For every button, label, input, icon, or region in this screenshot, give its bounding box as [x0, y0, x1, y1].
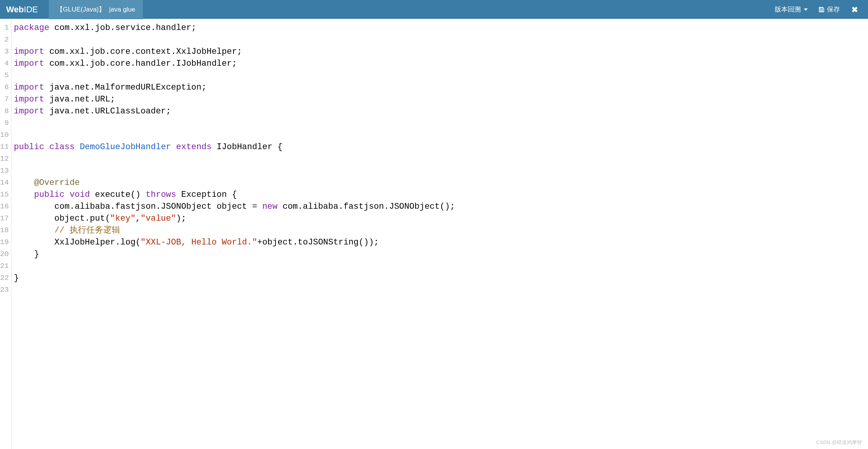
code-line[interactable]: [14, 260, 868, 272]
version-history-label: 版本回溯: [775, 5, 801, 14]
code-token: import: [14, 95, 44, 104]
save-label: 保存: [827, 5, 840, 14]
code-token: import: [14, 83, 44, 92]
code-line[interactable]: public class DemoGlueJobHandler extends …: [14, 141, 868, 153]
close-button[interactable]: ✖: [848, 2, 862, 17]
code-token: XxlJobHelper.log(: [14, 238, 141, 247]
code-token: );: [176, 214, 186, 223]
logo-suffix: IDE: [24, 5, 38, 14]
code-token: class: [49, 142, 75, 152]
line-number: 18: [0, 224, 11, 236]
line-number: 7: [0, 93, 11, 105]
editor-tab[interactable]: 【GLUE(Java)】 java glue: [49, 0, 143, 19]
code-token: com.xxl.job.core.context.XxlJobHelper;: [44, 47, 242, 57]
code-token: Exception {: [176, 190, 237, 200]
code-content[interactable]: package com.xxl.job.service.handler; imp…: [12, 19, 868, 449]
tab-name-label: java glue: [109, 6, 135, 13]
code-line[interactable]: import java.net.URL;: [14, 93, 868, 105]
code-line[interactable]: // 执行任务逻辑: [14, 224, 868, 236]
code-line[interactable]: [14, 129, 868, 141]
code-line[interactable]: object.put("key","value");: [14, 213, 868, 224]
code-token: throws: [146, 190, 176, 200]
code-token: import: [14, 47, 44, 57]
watermark-text: CSDN @研道鸠摩智: [816, 439, 862, 446]
version-history-button[interactable]: 版本回溯: [769, 2, 813, 17]
code-token: execute(): [90, 190, 146, 200]
code-token: DemoGlueJobHandler: [80, 142, 171, 152]
app-logo: WebIDE: [6, 5, 38, 15]
code-token: object.put(: [14, 214, 110, 223]
code-line[interactable]: public void execute() throws Exception {: [14, 189, 868, 201]
code-token: +object.toJSONString());: [257, 238, 379, 247]
save-icon: [818, 7, 825, 13]
code-line[interactable]: import java.net.URLClassLoader;: [14, 105, 868, 117]
code-line[interactable]: XxlJobHelper.log("XXL-JOB, Hello World."…: [14, 236, 868, 248]
code-line[interactable]: package com.xxl.job.service.handler;: [14, 22, 868, 34]
code-line[interactable]: [14, 284, 868, 296]
line-number: 2: [0, 34, 11, 46]
code-token: [75, 142, 80, 152]
code-token: [44, 142, 49, 152]
line-number: 17: [0, 213, 11, 224]
line-number: 1: [0, 22, 11, 34]
code-line[interactable]: [14, 153, 868, 165]
tab-type-label: 【GLUE(Java)】: [56, 5, 106, 14]
code-token: "key": [110, 214, 136, 223]
code-token: com.xxl.job.service.handler;: [49, 23, 196, 33]
code-token: package: [14, 23, 49, 33]
code-token: com.alibaba.fastjson.JSONObject();: [278, 202, 455, 211]
code-line[interactable]: }: [14, 248, 868, 260]
code-token: IJobHandler {: [212, 142, 283, 152]
line-number: 8: [0, 105, 11, 117]
code-line[interactable]: }: [14, 272, 868, 284]
code-token: extends: [176, 142, 211, 152]
line-number: 19: [0, 236, 11, 248]
code-line[interactable]: [14, 117, 868, 129]
code-line[interactable]: @Override: [14, 177, 868, 189]
code-token: [14, 226, 55, 235]
code-line[interactable]: [14, 165, 868, 177]
line-number: 16: [0, 201, 11, 213]
line-number: 9: [0, 117, 11, 129]
line-number: 11: [0, 141, 11, 153]
code-token: public: [34, 190, 65, 200]
code-token: @Override: [34, 178, 80, 188]
close-icon: ✖: [851, 5, 858, 14]
code-token: [14, 190, 34, 200]
line-number: 12: [0, 153, 11, 165]
header-bar: WebIDE 【GLUE(Java)】 java glue 版本回溯 保存 ✖: [0, 0, 868, 19]
line-number: 13: [0, 165, 11, 177]
line-number: 4: [0, 58, 11, 70]
code-token: import: [14, 106, 44, 116]
code-line[interactable]: [14, 70, 868, 81]
code-line[interactable]: [14, 34, 868, 46]
save-button[interactable]: 保存: [813, 2, 845, 17]
code-line[interactable]: import com.xxl.job.core.context.XxlJobHe…: [14, 46, 868, 58]
code-token: com.alibaba.fastjson.JSONObject object =: [14, 202, 262, 211]
code-token: java.net.URL;: [44, 95, 115, 104]
line-number: 5: [0, 70, 11, 81]
code-line[interactable]: import com.xxl.job.core.handler.IJobHand…: [14, 58, 868, 70]
editor-area[interactable]: 1234567891011121314151617181920212223 pa…: [0, 19, 868, 449]
caret-down-icon: [804, 8, 808, 11]
code-token: ,: [136, 214, 141, 223]
code-line[interactable]: import java.net.MalformedURLException;: [14, 81, 868, 93]
code-token: java.net.URLClassLoader;: [44, 106, 171, 116]
code-token: new: [262, 202, 278, 211]
line-number: 23: [0, 284, 11, 296]
line-number: 10: [0, 129, 11, 141]
line-number: 22: [0, 272, 11, 284]
code-token: [65, 190, 70, 200]
line-number: 15: [0, 189, 11, 201]
code-token: "value": [141, 214, 176, 223]
line-number: 6: [0, 81, 11, 93]
logo-prefix: Web: [6, 5, 24, 14]
line-number: 20: [0, 248, 11, 260]
code-token: }: [14, 249, 39, 259]
code-token: public: [14, 142, 44, 152]
code-token: // 执行任务逻辑: [55, 226, 121, 235]
code-token: import: [14, 59, 44, 68]
code-token: [14, 178, 34, 188]
code-line[interactable]: com.alibaba.fastjson.JSONObject object =…: [14, 201, 868, 213]
code-token: }: [14, 273, 19, 283]
